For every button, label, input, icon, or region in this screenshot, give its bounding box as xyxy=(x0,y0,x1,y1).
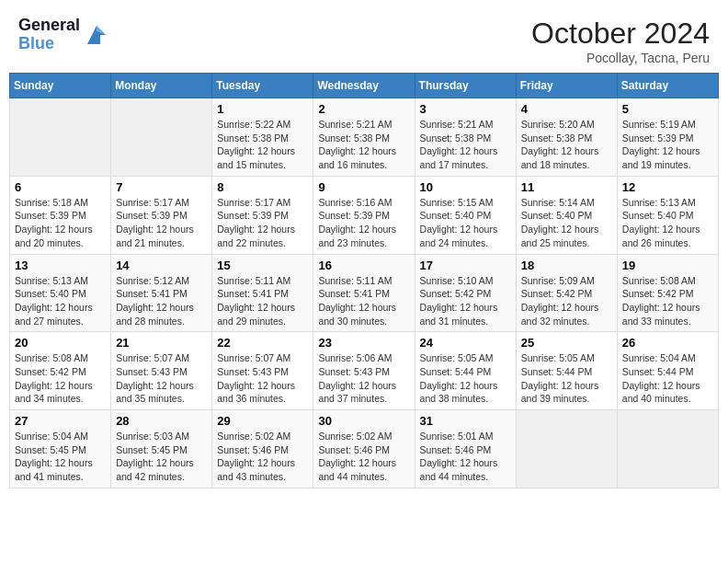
calendar-cell: 3Sunrise: 5:21 AMSunset: 5:38 PMDaylight… xyxy=(415,98,516,177)
calendar-cell xyxy=(10,98,111,177)
day-number: 5 xyxy=(622,102,713,116)
calendar-subtitle: Pocollay, Tacna, Peru xyxy=(531,51,710,65)
day-info: Sunrise: 5:12 AMSunset: 5:41 PMDaylight:… xyxy=(116,274,207,328)
calendar-cell: 13Sunrise: 5:13 AMSunset: 5:40 PMDayligh… xyxy=(10,254,111,332)
calendar-cell: 29Sunrise: 5:02 AMSunset: 5:46 PMDayligh… xyxy=(212,410,313,488)
day-info: Sunrise: 5:01 AMSunset: 5:46 PMDaylight:… xyxy=(420,430,511,484)
day-info: Sunrise: 5:05 AMSunset: 5:44 PMDaylight:… xyxy=(521,351,612,406)
day-info: Sunrise: 5:10 AMSunset: 5:42 PMDaylight:… xyxy=(420,274,511,328)
day-number: 30 xyxy=(318,414,409,428)
day-number: 15 xyxy=(217,259,308,272)
day-info: Sunrise: 5:08 AMSunset: 5:42 PMDaylight:… xyxy=(622,274,713,328)
day-number: 13 xyxy=(15,259,106,272)
day-number: 20 xyxy=(15,336,106,350)
day-number: 4 xyxy=(521,102,612,116)
day-number: 26 xyxy=(622,336,713,350)
calendar-cell: 4Sunrise: 5:20 AMSunset: 5:38 PMDaylight… xyxy=(516,98,617,177)
calendar-cell: 5Sunrise: 5:19 AMSunset: 5:39 PMDaylight… xyxy=(617,98,718,177)
calendar-cell: 7Sunrise: 5:17 AMSunset: 5:39 PMDaylight… xyxy=(111,176,212,254)
weekday-header-thursday: Thursday xyxy=(415,74,516,98)
day-info: Sunrise: 5:03 AMSunset: 5:45 PMDaylight:… xyxy=(116,430,207,484)
calendar-cell: 6Sunrise: 5:18 AMSunset: 5:39 PMDaylight… xyxy=(10,176,111,254)
day-number: 7 xyxy=(116,180,207,194)
day-info: Sunrise: 5:11 AMSunset: 5:41 PMDaylight:… xyxy=(318,274,409,328)
calendar-week-2: 6Sunrise: 5:18 AMSunset: 5:39 PMDaylight… xyxy=(10,176,719,254)
day-number: 31 xyxy=(420,414,511,428)
calendar-cell xyxy=(516,410,617,488)
calendar-cell: 1Sunrise: 5:22 AMSunset: 5:38 PMDaylight… xyxy=(212,98,313,177)
calendar-cell: 9Sunrise: 5:16 AMSunset: 5:39 PMDaylight… xyxy=(313,176,415,254)
calendar-cell xyxy=(111,98,212,177)
logo-text: GeneralBlue xyxy=(18,17,80,53)
header: GeneralBlue October 2024 Pocollay, Tacna… xyxy=(9,9,719,73)
day-info: Sunrise: 5:07 AMSunset: 5:43 PMDaylight:… xyxy=(116,351,207,406)
calendar-cell xyxy=(617,410,718,488)
day-number: 6 xyxy=(15,180,106,194)
day-info: Sunrise: 5:04 AMSunset: 5:45 PMDaylight:… xyxy=(15,430,106,484)
weekday-header-sunday: Sunday xyxy=(10,74,111,98)
logo-icon xyxy=(84,22,109,48)
day-info: Sunrise: 5:18 AMSunset: 5:39 PMDaylight:… xyxy=(15,196,106,250)
day-info: Sunrise: 5:08 AMSunset: 5:42 PMDaylight:… xyxy=(15,351,106,406)
day-number: 29 xyxy=(217,414,308,428)
calendar-week-3: 13Sunrise: 5:13 AMSunset: 5:40 PMDayligh… xyxy=(10,254,719,332)
day-info: Sunrise: 5:05 AMSunset: 5:44 PMDaylight:… xyxy=(420,351,511,406)
calendar-cell: 20Sunrise: 5:08 AMSunset: 5:42 PMDayligh… xyxy=(10,332,111,410)
day-number: 25 xyxy=(521,336,612,350)
calendar-body: 1Sunrise: 5:22 AMSunset: 5:38 PMDaylight… xyxy=(10,98,719,488)
day-number: 8 xyxy=(217,180,308,194)
calendar-cell: 17Sunrise: 5:10 AMSunset: 5:42 PMDayligh… xyxy=(415,254,516,332)
calendar-week-1: 1Sunrise: 5:22 AMSunset: 5:38 PMDaylight… xyxy=(10,98,719,177)
logo-blue-text: Blue xyxy=(18,34,54,52)
day-info: Sunrise: 5:02 AMSunset: 5:46 PMDaylight:… xyxy=(318,430,409,484)
day-info: Sunrise: 5:15 AMSunset: 5:40 PMDaylight:… xyxy=(420,196,511,250)
calendar-cell: 27Sunrise: 5:04 AMSunset: 5:45 PMDayligh… xyxy=(10,410,111,488)
day-number: 14 xyxy=(116,259,207,272)
calendar-cell: 16Sunrise: 5:11 AMSunset: 5:41 PMDayligh… xyxy=(313,254,415,332)
day-info: Sunrise: 5:20 AMSunset: 5:38 PMDaylight:… xyxy=(521,118,612,172)
title-area: October 2024 Pocollay, Tacna, Peru xyxy=(531,17,710,65)
day-number: 1 xyxy=(217,102,308,116)
day-info: Sunrise: 5:04 AMSunset: 5:44 PMDaylight:… xyxy=(622,351,713,406)
calendar-cell: 2Sunrise: 5:21 AMSunset: 5:38 PMDaylight… xyxy=(313,98,415,177)
day-number: 17 xyxy=(420,259,511,272)
day-number: 19 xyxy=(622,259,713,272)
day-info: Sunrise: 5:19 AMSunset: 5:39 PMDaylight:… xyxy=(622,118,713,172)
calendar-header: SundayMondayTuesdayWednesdayThursdayFrid… xyxy=(10,74,719,98)
calendar-cell: 14Sunrise: 5:12 AMSunset: 5:41 PMDayligh… xyxy=(111,254,212,332)
day-info: Sunrise: 5:17 AMSunset: 5:39 PMDaylight:… xyxy=(217,196,308,250)
calendar-cell: 25Sunrise: 5:05 AMSunset: 5:44 PMDayligh… xyxy=(516,332,617,410)
calendar-cell: 26Sunrise: 5:04 AMSunset: 5:44 PMDayligh… xyxy=(617,332,718,410)
calendar-cell: 10Sunrise: 5:15 AMSunset: 5:40 PMDayligh… xyxy=(415,176,516,254)
calendar-cell: 23Sunrise: 5:06 AMSunset: 5:43 PMDayligh… xyxy=(313,332,415,410)
weekday-header-monday: Monday xyxy=(111,74,212,98)
day-number: 16 xyxy=(318,259,409,272)
day-number: 18 xyxy=(521,259,612,272)
weekday-header-tuesday: Tuesday xyxy=(212,74,313,98)
day-info: Sunrise: 5:13 AMSunset: 5:40 PMDaylight:… xyxy=(15,274,106,328)
calendar-cell: 28Sunrise: 5:03 AMSunset: 5:45 PMDayligh… xyxy=(111,410,212,488)
day-info: Sunrise: 5:17 AMSunset: 5:39 PMDaylight:… xyxy=(116,196,207,250)
calendar-cell: 12Sunrise: 5:13 AMSunset: 5:40 PMDayligh… xyxy=(617,176,718,254)
calendar-title: October 2024 xyxy=(531,17,710,51)
calendar-table: SundayMondayTuesdayWednesdayThursdayFrid… xyxy=(9,73,719,488)
calendar-cell: 11Sunrise: 5:14 AMSunset: 5:40 PMDayligh… xyxy=(516,176,617,254)
day-number: 2 xyxy=(318,102,409,116)
calendar-cell: 30Sunrise: 5:02 AMSunset: 5:46 PMDayligh… xyxy=(313,410,415,488)
calendar-cell: 21Sunrise: 5:07 AMSunset: 5:43 PMDayligh… xyxy=(111,332,212,410)
calendar-cell: 22Sunrise: 5:07 AMSunset: 5:43 PMDayligh… xyxy=(212,332,313,410)
day-info: Sunrise: 5:21 AMSunset: 5:38 PMDaylight:… xyxy=(420,118,511,172)
day-info: Sunrise: 5:07 AMSunset: 5:43 PMDaylight:… xyxy=(217,351,308,406)
calendar-cell: 8Sunrise: 5:17 AMSunset: 5:39 PMDaylight… xyxy=(212,176,313,254)
day-number: 22 xyxy=(217,336,308,350)
weekday-header-saturday: Saturday xyxy=(617,74,718,98)
day-info: Sunrise: 5:22 AMSunset: 5:38 PMDaylight:… xyxy=(217,118,308,172)
calendar-cell: 31Sunrise: 5:01 AMSunset: 5:46 PMDayligh… xyxy=(415,410,516,488)
day-number: 3 xyxy=(420,102,511,116)
weekday-header-friday: Friday xyxy=(516,74,617,98)
calendar-cell: 19Sunrise: 5:08 AMSunset: 5:42 PMDayligh… xyxy=(617,254,718,332)
calendar-week-5: 27Sunrise: 5:04 AMSunset: 5:45 PMDayligh… xyxy=(10,410,719,488)
day-number: 28 xyxy=(116,414,207,428)
logo: GeneralBlue xyxy=(18,17,109,53)
day-number: 23 xyxy=(318,336,409,350)
